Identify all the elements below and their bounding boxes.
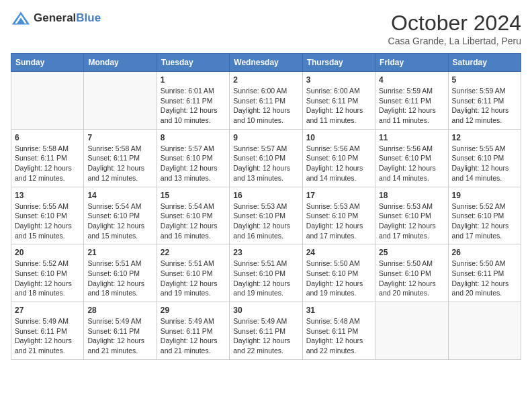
day-number: 14 bbox=[87, 191, 152, 200]
day-info: Sunrise: 5:57 AMSunset: 6:10 PMDaylight:… bbox=[233, 144, 298, 183]
day-info: Sunrise: 5:58 AMSunset: 6:11 PMDaylight:… bbox=[15, 144, 80, 183]
day-number: 31 bbox=[306, 306, 371, 315]
calendar-cell: 10Sunrise: 5:56 AMSunset: 6:10 PMDayligh… bbox=[302, 129, 375, 187]
day-number: 10 bbox=[306, 133, 371, 142]
calendar-cell: 29Sunrise: 5:49 AMSunset: 6:11 PMDayligh… bbox=[157, 302, 229, 360]
calendar-cell: 17Sunrise: 5:53 AMSunset: 6:10 PMDayligh… bbox=[302, 187, 375, 244]
day-number: 25 bbox=[379, 248, 444, 257]
calendar-cell bbox=[11, 72, 84, 130]
day-header-wednesday: Wednesday bbox=[230, 54, 302, 72]
day-number: 18 bbox=[379, 191, 444, 200]
day-number: 7 bbox=[87, 133, 152, 142]
calendar-cell: 3Sunrise: 6:00 AMSunset: 6:11 PMDaylight… bbox=[302, 72, 375, 130]
day-info: Sunrise: 5:59 AMSunset: 6:11 PMDaylight:… bbox=[452, 86, 517, 126]
day-number: 21 bbox=[87, 248, 152, 257]
week-row-1: 1Sunrise: 6:01 AMSunset: 6:11 PMDaylight… bbox=[11, 72, 521, 130]
day-number: 9 bbox=[233, 133, 298, 142]
calendar-cell: 15Sunrise: 5:54 AMSunset: 6:10 PMDayligh… bbox=[157, 187, 229, 244]
day-info: Sunrise: 5:53 AMSunset: 6:10 PMDaylight:… bbox=[379, 201, 444, 241]
day-info: Sunrise: 5:49 AMSunset: 6:11 PMDaylight:… bbox=[233, 316, 298, 356]
calendar-cell: 2Sunrise: 6:00 AMSunset: 6:11 PMDaylight… bbox=[230, 72, 302, 130]
calendar-cell bbox=[84, 72, 157, 130]
day-info: Sunrise: 5:56 AMSunset: 6:10 PMDaylight:… bbox=[306, 144, 371, 183]
day-number: 23 bbox=[233, 248, 298, 257]
day-header-tuesday: Tuesday bbox=[157, 54, 229, 72]
day-number: 26 bbox=[452, 248, 517, 257]
day-info: Sunrise: 5:58 AMSunset: 6:11 PMDaylight:… bbox=[87, 144, 152, 183]
day-number: 3 bbox=[306, 75, 371, 85]
calendar-cell: 21Sunrise: 5:51 AMSunset: 6:10 PMDayligh… bbox=[84, 244, 157, 302]
calendar-cell: 25Sunrise: 5:50 AMSunset: 6:10 PMDayligh… bbox=[375, 244, 448, 302]
week-row-4: 20Sunrise: 5:52 AMSunset: 6:10 PMDayligh… bbox=[11, 244, 521, 302]
calendar-table: SundayMondayTuesdayWednesdayThursdayFrid… bbox=[11, 53, 521, 360]
day-info: Sunrise: 5:51 AMSunset: 6:10 PMDaylight:… bbox=[87, 259, 152, 298]
day-number: 6 bbox=[15, 133, 80, 142]
day-info: Sunrise: 6:00 AMSunset: 6:11 PMDaylight:… bbox=[233, 86, 298, 126]
calendar-cell: 9Sunrise: 5:57 AMSunset: 6:10 PMDaylight… bbox=[230, 129, 302, 187]
logo-blue: Blue bbox=[76, 11, 101, 25]
logo-general: General bbox=[34, 11, 76, 25]
calendar-cell: 18Sunrise: 5:53 AMSunset: 6:10 PMDayligh… bbox=[375, 187, 448, 244]
calendar-cell bbox=[375, 302, 448, 360]
day-info: Sunrise: 5:51 AMSunset: 6:10 PMDaylight:… bbox=[233, 259, 298, 298]
day-info: Sunrise: 5:50 AMSunset: 6:10 PMDaylight:… bbox=[379, 259, 444, 298]
calendar-cell: 11Sunrise: 5:56 AMSunset: 6:10 PMDayligh… bbox=[375, 129, 448, 187]
day-number: 22 bbox=[161, 248, 226, 257]
calendar-cell: 1Sunrise: 6:01 AMSunset: 6:11 PMDaylight… bbox=[157, 72, 229, 130]
day-info: Sunrise: 5:50 AMSunset: 6:10 PMDaylight:… bbox=[306, 259, 371, 298]
day-info: Sunrise: 5:49 AMSunset: 6:11 PMDaylight:… bbox=[87, 316, 152, 356]
day-info: Sunrise: 6:01 AMSunset: 6:11 PMDaylight:… bbox=[161, 86, 226, 126]
calendar-cell: 12Sunrise: 5:55 AMSunset: 6:10 PMDayligh… bbox=[448, 129, 521, 187]
calendar-cell: 31Sunrise: 5:48 AMSunset: 6:11 PMDayligh… bbox=[302, 302, 375, 360]
day-number: 28 bbox=[87, 306, 152, 315]
day-info: Sunrise: 5:52 AMSunset: 6:10 PMDaylight:… bbox=[15, 259, 80, 298]
calendar-cell bbox=[448, 302, 521, 360]
day-info: Sunrise: 5:55 AMSunset: 6:10 PMDaylight:… bbox=[15, 201, 80, 241]
day-info: Sunrise: 5:59 AMSunset: 6:11 PMDaylight:… bbox=[379, 86, 444, 126]
day-number: 20 bbox=[15, 248, 80, 257]
day-info: Sunrise: 5:53 AMSunset: 6:10 PMDaylight:… bbox=[306, 201, 371, 241]
day-number: 8 bbox=[161, 133, 226, 142]
day-info: Sunrise: 5:49 AMSunset: 6:11 PMDaylight:… bbox=[161, 316, 226, 356]
calendar-cell: 4Sunrise: 5:59 AMSunset: 6:11 PMDaylight… bbox=[375, 72, 448, 130]
day-header-thursday: Thursday bbox=[302, 54, 375, 72]
day-info: Sunrise: 5:55 AMSunset: 6:10 PMDaylight:… bbox=[452, 144, 517, 183]
logo: General Blue bbox=[11, 11, 101, 26]
day-header-sunday: Sunday bbox=[11, 54, 84, 72]
day-header-saturday: Saturday bbox=[448, 54, 521, 72]
day-info: Sunrise: 5:54 AMSunset: 6:10 PMDaylight:… bbox=[161, 201, 226, 241]
day-info: Sunrise: 5:48 AMSunset: 6:11 PMDaylight:… bbox=[306, 316, 371, 356]
calendar-cell: 26Sunrise: 5:50 AMSunset: 6:11 PMDayligh… bbox=[448, 244, 521, 302]
day-info: Sunrise: 5:54 AMSunset: 6:10 PMDaylight:… bbox=[87, 201, 152, 241]
day-info: Sunrise: 5:57 AMSunset: 6:10 PMDaylight:… bbox=[161, 144, 226, 183]
calendar-cell: 19Sunrise: 5:52 AMSunset: 6:10 PMDayligh… bbox=[448, 187, 521, 244]
day-header-friday: Friday bbox=[375, 54, 448, 72]
day-number: 15 bbox=[161, 191, 226, 200]
day-number: 27 bbox=[15, 306, 80, 315]
day-info: Sunrise: 5:50 AMSunset: 6:11 PMDaylight:… bbox=[452, 259, 517, 298]
day-number: 5 bbox=[452, 75, 517, 85]
day-info: Sunrise: 5:51 AMSunset: 6:10 PMDaylight:… bbox=[161, 259, 226, 298]
logo-icon bbox=[11, 11, 31, 26]
location-title: Casa Grande, La Libertad, Peru bbox=[388, 36, 521, 46]
day-number: 2 bbox=[233, 75, 298, 85]
day-number: 29 bbox=[161, 306, 226, 315]
calendar-cell: 8Sunrise: 5:57 AMSunset: 6:10 PMDaylight… bbox=[157, 129, 229, 187]
day-number: 11 bbox=[379, 133, 444, 142]
day-info: Sunrise: 5:53 AMSunset: 6:10 PMDaylight:… bbox=[233, 201, 298, 241]
calendar-cell: 6Sunrise: 5:58 AMSunset: 6:11 PMDaylight… bbox=[11, 129, 84, 187]
day-info: Sunrise: 5:56 AMSunset: 6:10 PMDaylight:… bbox=[379, 144, 444, 183]
title-area: October 2024 Casa Grande, La Libertad, P… bbox=[388, 11, 521, 46]
calendar-cell: 7Sunrise: 5:58 AMSunset: 6:11 PMDaylight… bbox=[84, 129, 157, 187]
calendar-cell: 5Sunrise: 5:59 AMSunset: 6:11 PMDaylight… bbox=[448, 72, 521, 130]
day-number: 30 bbox=[233, 306, 298, 315]
month-title: October 2024 bbox=[388, 11, 521, 36]
day-number: 16 bbox=[233, 191, 298, 200]
calendar-cell: 22Sunrise: 5:51 AMSunset: 6:10 PMDayligh… bbox=[157, 244, 229, 302]
day-number: 1 bbox=[161, 75, 226, 85]
calendar-cell: 23Sunrise: 5:51 AMSunset: 6:10 PMDayligh… bbox=[230, 244, 302, 302]
day-number: 12 bbox=[452, 133, 517, 142]
day-number: 17 bbox=[306, 191, 371, 200]
day-info: Sunrise: 5:49 AMSunset: 6:11 PMDaylight:… bbox=[15, 316, 80, 356]
calendar-cell: 27Sunrise: 5:49 AMSunset: 6:11 PMDayligh… bbox=[11, 302, 84, 360]
